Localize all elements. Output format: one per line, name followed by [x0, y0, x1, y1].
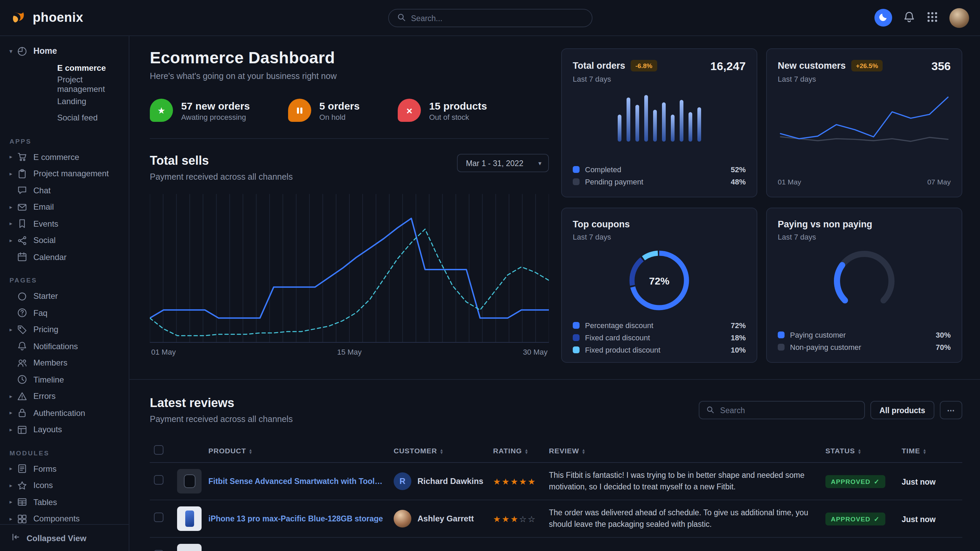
apps-grid-button[interactable]: [926, 11, 939, 25]
sidebar-item-authentication[interactable]: ▸Authentication: [0, 405, 129, 421]
all-products-button[interactable]: All products: [871, 401, 934, 419]
legend-item: Fixed product discount10%: [573, 346, 746, 354]
moon-icon: [878, 12, 888, 24]
sidebar-item-icons[interactable]: ▸Icons: [0, 477, 129, 494]
sidebar-item-label: Members: [33, 358, 67, 368]
reviews-search[interactable]: [699, 401, 865, 419]
sidebar-item-social[interactable]: ▸Social: [0, 232, 129, 249]
sidebar-item-label: Faq: [33, 308, 47, 318]
stat-value: 5 orders: [320, 100, 360, 111]
sidebar-item-pricing[interactable]: ▸Pricing: [0, 321, 129, 338]
table-header-row: PRODUCT▴▾CUSTOMER▴▾RATING▴▾REVIEW▴▾STATU…: [150, 439, 962, 462]
review-row: Fitbit Sense Advanced Smartwatch with To…: [150, 462, 962, 500]
date-range-select[interactable]: Mar 1 - 31, 2022 ▾: [457, 154, 549, 172]
reviews-search-input[interactable]: [720, 406, 858, 414]
brand[interactable]: phoenix: [11, 10, 83, 26]
sidebar-item-starter[interactable]: Starter: [0, 288, 129, 305]
reviews-title: Latest reviews: [150, 396, 293, 410]
product-link[interactable]: iPhone 13 pro max-Pacific Blue-128GB sto…: [208, 514, 385, 523]
share-icon: [17, 235, 27, 246]
select-all-checkbox[interactable]: [154, 445, 164, 455]
sidebar-item-project-management[interactable]: ▸Project management: [0, 165, 129, 182]
more-options-button[interactable]: ⋯: [939, 401, 962, 419]
sidebar-item-timeline[interactable]: Timeline: [0, 371, 129, 388]
sidebar-item-label: Starter: [33, 292, 58, 301]
sidebar-item-events[interactable]: ▸Events: [0, 216, 129, 232]
card-title: Top coupons: [573, 219, 630, 229]
user-avatar[interactable]: [949, 8, 969, 27]
column-header-product[interactable]: PRODUCT▴▾: [204, 439, 390, 462]
avatar: [394, 510, 411, 527]
card-header: Total orders -6.8% Last 7 days 16,247: [573, 60, 746, 83]
thumb-column-header: [173, 439, 204, 462]
review-row: [150, 537, 962, 551]
theme-toggle-button[interactable]: [875, 9, 892, 27]
navbar-search[interactable]: [388, 9, 592, 27]
sidebar-item-members[interactable]: Members: [0, 355, 129, 371]
sidebar-item-forms[interactable]: ▸Forms: [0, 460, 129, 477]
sidebar-section-label: MODULES: [0, 449, 129, 456]
date-range-value: Mar 1 - 31, 2022: [466, 159, 523, 167]
star-filled-icon: ★: [493, 477, 501, 487]
sidebar-item-home[interactable]: ▾Home: [0, 43, 129, 60]
legend-label: Fixed product discount: [585, 346, 660, 354]
navbar-search-input[interactable]: [411, 14, 583, 22]
sidebar-item-calendar[interactable]: Calendar: [0, 249, 129, 265]
sidebar-item-errors[interactable]: ▸Errors: [0, 388, 129, 405]
row-checkbox[interactable]: [154, 513, 164, 522]
legend-value: 18%: [731, 333, 746, 342]
sidebar-item-email[interactable]: ▸Email: [0, 199, 129, 216]
sidebar-item-e-commerce[interactable]: E commerce: [0, 60, 129, 76]
caret-icon: ▸: [10, 171, 17, 177]
warning-icon: [17, 391, 27, 402]
legend-item: Non-paying customer70%: [778, 343, 951, 351]
sidebar-item-landing[interactable]: Landing: [0, 93, 129, 110]
customer-cell: RRichard Dawkins: [394, 472, 485, 490]
star-filled-icon: ★: [528, 477, 536, 487]
review-row: iPhone 13 pro max-Pacific Blue-128GB sto…: [150, 500, 962, 537]
collapsed-view-toggle[interactable]: Collapsed View: [0, 524, 129, 551]
sidebar-item-chat[interactable]: Chat: [0, 182, 129, 199]
sidebar-item-layouts[interactable]: ▸Layouts: [0, 421, 129, 438]
quick-stat-1: 5 ordersOn hold: [288, 99, 360, 122]
sidebar-item-faq[interactable]: Faq: [0, 305, 129, 321]
card-title: New customers: [778, 60, 846, 71]
column-header-review[interactable]: REVIEW▴▾: [545, 439, 821, 462]
product-link[interactable]: Fitbit Sense Advanced Smartwatch with To…: [208, 477, 385, 485]
caret-icon: ▸: [10, 427, 17, 433]
chat-icon: [17, 186, 27, 196]
legend-label: Pending payment: [585, 178, 643, 186]
caret-icon: ▸: [10, 483, 17, 489]
x-axis-end: 07 May: [927, 178, 951, 186]
column-header-time[interactable]: TIME▴▾: [897, 439, 962, 462]
row-checkbox[interactable]: [154, 475, 164, 484]
sidebar-item-label: Timeline: [33, 375, 64, 384]
sidebar-item-social-feed[interactable]: Social feed: [0, 110, 129, 126]
rating-stars: ★★★★★: [493, 477, 536, 487]
stat-value: 57 new orders: [181, 100, 250, 111]
sidebar-item-e-commerce[interactable]: ▸E commerce: [0, 149, 129, 165]
card-period: Last 7 days: [778, 75, 883, 83]
sort-icon: ▴▾: [582, 449, 585, 454]
chevron-down-icon: ▾: [538, 160, 541, 167]
review-text: The order was delivered ahead of schedul…: [549, 507, 817, 530]
page-title: Ecommerce Dashboard: [150, 48, 549, 67]
check-icon: ✓: [874, 515, 880, 523]
legend-swatch: [573, 334, 579, 341]
notifications-button[interactable]: [903, 11, 915, 25]
main-content: Ecommerce Dashboard Here's what's going …: [129, 36, 980, 551]
x-axis-start: 01 May: [778, 178, 801, 186]
column-header-status[interactable]: STATUS▴▾: [821, 439, 897, 462]
sidebar-item-label: Notifications: [33, 342, 78, 351]
product-image: [177, 507, 202, 531]
sidebar-item-tables[interactable]: ▸Tables: [0, 494, 129, 510]
top-navbar: phoenix: [0, 0, 980, 36]
rating-stars: ★★★☆☆: [493, 514, 536, 524]
bell-icon: [17, 341, 27, 352]
sidebar-item-notifications[interactable]: Notifications: [0, 338, 129, 355]
sidebar-item-project-management[interactable]: Project management: [0, 76, 129, 93]
column-header-rating[interactable]: RATING▴▾: [489, 439, 545, 462]
column-header-customer[interactable]: CUSTOMER▴▾: [390, 439, 489, 462]
sidebar-section-label: APPS: [0, 137, 129, 144]
legend-label: Completed: [585, 165, 621, 173]
